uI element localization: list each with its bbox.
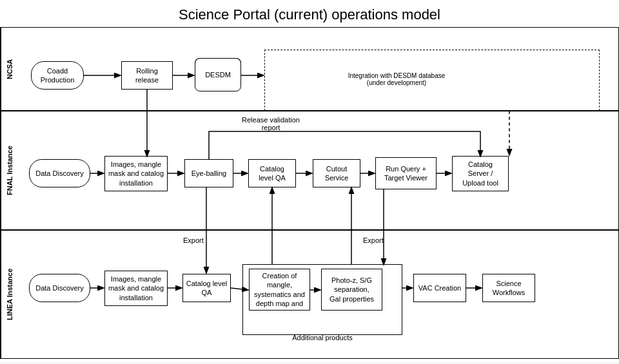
catalog-server-label: CatalogServer /Upload tool [462,160,498,187]
creation-label: Creation ofmangle,systematics anddepth m… [254,271,305,308]
catalog-qa-2-box: Catalog levelQA [182,274,231,302]
run-query-box: Run Query +Target Viewer [375,157,437,189]
images-mangle-1-label: Images, manglemask and cataloginstallati… [108,160,164,187]
images-mangle-2-label: Images, manglemask and cataloginstallati… [108,274,164,302]
coadd-production-label: CoaddProduction [41,66,75,85]
run-query-label: Run Query +Target Viewer [384,164,427,183]
photoz-label: Photo-z, S/Gseparation,Gal properties [329,276,374,303]
catalog-server-box: CatalogServer /Upload tool [452,156,509,191]
rolling-release-box: Rollingrelease [121,61,173,90]
ncsa-label: NCSA [0,27,18,111]
page: Science Portal (current) operations mode… [0,0,619,364]
coadd-production-box: CoaddProduction [31,61,84,90]
release-validation-label: Release validationreport [213,116,329,131]
cutout-service-box: CutoutService [313,159,360,187]
images-mangle-2-box: Images, manglemask and cataloginstallati… [104,271,168,306]
left-border [0,27,1,359]
catalog-qa-2-label: Catalog levelQA [186,279,228,298]
images-mangle-1-box: Images, manglemask and cataloginstallati… [104,156,168,191]
integration-note: Integration with DESDM database(under de… [316,72,477,86]
photoz-box: Photo-z, S/Gseparation,Gal properties [321,269,382,311]
data-discovery-2-box: Data Discovery [29,274,90,302]
cutout-service-label: CutoutService [325,164,349,183]
catalog-qa-1-label: Cataloglevel QA [259,164,286,183]
desdm-label: DESDM [205,70,231,79]
vac-creation-label: VAC Creation [418,283,461,292]
desdm-top [195,58,241,67]
eye-balling-box: Eye-balling [184,159,233,187]
export-1-label: Export [183,236,204,244]
linea-label: LINEA Instance [0,230,18,359]
data-discovery-1-box: Data Discovery [29,159,90,187]
export-2-label: Export [363,236,384,244]
rolling-release-label: Rollingrelease [135,66,159,85]
data-discovery-1-label: Data Discovery [35,169,84,178]
creation-box: Creation ofmangle,systematics anddepth m… [249,269,310,311]
science-workflows-label: ScienceWorkflows [493,279,526,298]
data-discovery-2-label: Data Discovery [35,283,84,292]
eye-balling-label: Eye-balling [192,169,226,178]
science-workflows-box: ScienceWorkflows [482,274,535,302]
catalog-qa-1-box: Cataloglevel QA [248,159,296,187]
vac-creation-box: VAC Creation [413,274,466,302]
additional-products-label: Additional products [242,334,402,341]
fnal-label: FNAL Instance [0,111,18,230]
page-title: Science Portal (current) operations mode… [0,0,619,27]
diagram-area: NCSA FNAL Instance LINEA Instance CoaddP… [0,27,619,362]
